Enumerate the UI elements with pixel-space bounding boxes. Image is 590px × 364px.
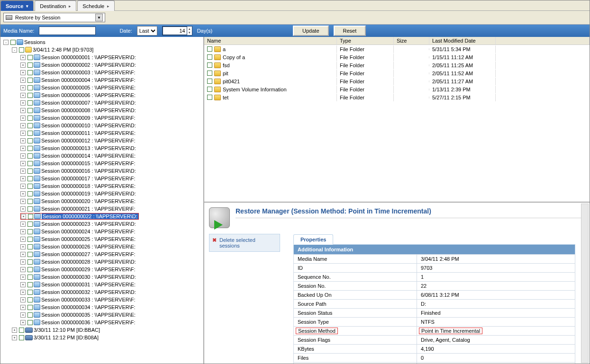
tree-row[interactable]: + Session 0000000009 : \\APPSERVER\F: <box>1 114 202 122</box>
expand-icon[interactable]: + <box>20 93 26 98</box>
expand-icon[interactable]: + <box>20 199 26 204</box>
checkbox-icon[interactable] <box>27 237 33 242</box>
file-row[interactable]: aFile Folder5/31/11 5:34 PM <box>204 45 590 53</box>
chevron-down-icon[interactable]: ▼ <box>95 14 103 21</box>
expand-icon[interactable]: + <box>20 85 26 90</box>
checkbox-icon[interactable] <box>19 335 24 340</box>
expand-icon[interactable]: + <box>20 138 26 143</box>
checkbox-icon[interactable] <box>27 222 33 227</box>
tree-row[interactable]: + Session 0000000029 : \\APPSERVER\F: <box>1 266 202 273</box>
expand-icon[interactable]: + <box>20 206 26 212</box>
checkbox-icon[interactable] <box>27 70 33 75</box>
checkbox-icon[interactable] <box>27 184 33 189</box>
checkbox-icon[interactable] <box>207 54 212 60</box>
days-input[interactable] <box>163 27 187 35</box>
days-spinbox[interactable]: ▲▼ <box>162 26 192 36</box>
tree-row[interactable]: + Session 0000000011 : \\APPSERVER\E: <box>1 129 202 137</box>
checkbox-icon[interactable] <box>27 259 33 265</box>
tree-row[interactable]: + Session 0000000033 : \\APPSERVER\F: <box>1 296 202 303</box>
col-size[interactable]: Size <box>394 37 429 44</box>
checkbox-icon[interactable] <box>27 199 33 204</box>
tree-row[interactable]: + Session 0000000008 : \\APPSERVER\D: <box>1 107 202 114</box>
expand-icon[interactable]: + <box>20 78 26 83</box>
expand-icon[interactable]: + <box>20 312 26 318</box>
tree-row[interactable]: + Session 0000000034 : \\APPSERVER\F: <box>1 303 202 311</box>
expand-icon[interactable]: + <box>20 237 26 242</box>
tree-row[interactable]: + Session 0000000026 : \\APPSERVER\E: <box>1 243 202 250</box>
expand-icon[interactable]: + <box>20 184 26 189</box>
file-list[interactable]: Name Type Size Last Modified Date aFile … <box>204 37 590 203</box>
sessions-tree[interactable]: - Sessions- 3/04/11 2:48 PM [ID:9703]+ S… <box>0 37 204 364</box>
checkbox-icon[interactable] <box>28 214 33 219</box>
expand-icon[interactable]: + <box>12 328 17 333</box>
checkbox-icon[interactable] <box>207 95 212 100</box>
expand-icon[interactable]: + <box>20 115 26 121</box>
expand-icon[interactable]: + <box>20 100 26 106</box>
file-row[interactable]: pitFile Folder2/05/11 11:52 AM <box>204 69 590 77</box>
checkbox-icon[interactable] <box>27 206 33 212</box>
tree-row[interactable]: + Session 0000000015 : \\APPSERVER\F: <box>1 160 202 167</box>
expand-icon[interactable]: + <box>20 290 26 295</box>
expand-icon[interactable]: + <box>20 259 26 265</box>
tree-row[interactable]: + Session 0000000035 : \\APPSERVER\E: <box>1 311 202 319</box>
tab-destination[interactable]: Destination ▸ <box>35 0 76 11</box>
expand-icon[interactable]: + <box>20 305 26 310</box>
expand-icon[interactable]: + <box>20 222 26 227</box>
checkbox-icon[interactable] <box>27 282 33 287</box>
scrollbar-vertical[interactable] <box>581 204 589 363</box>
tree-row[interactable]: + Session 0000000004 : \\APPSERVER\F: <box>1 76 202 84</box>
checkbox-icon[interactable] <box>19 328 24 333</box>
tree-row[interactable]: + Session 0000000017 : \\APPSERVER\F: <box>1 175 202 182</box>
expand-icon[interactable]: + <box>20 282 26 287</box>
expand-icon[interactable]: + <box>20 131 26 136</box>
tree-row[interactable]: + 3/30/11 12:12 PM [ID:B08A] <box>1 334 202 341</box>
expand-icon[interactable]: + <box>20 62 26 68</box>
delete-sessions-link[interactable]: ✖ Delete selected sessions <box>209 234 280 252</box>
tree-row[interactable]: + Session 0000000019 : \\APPSERVER\D: <box>1 190 202 197</box>
tree-row[interactable]: + Session 0000000022 : \\APPSERVER\D: <box>1 213 202 220</box>
checkbox-icon[interactable] <box>27 169 33 174</box>
checkbox-icon[interactable] <box>27 312 33 318</box>
tree-row[interactable]: + Session 0000000031 : \\APPSERVER\E: <box>1 281 202 288</box>
tree-row[interactable]: + Session 0000000001 : \\APPSERVER\D: <box>1 53 202 61</box>
tree-row[interactable]: + Session 0000000012 : \\APPSERVER\F: <box>1 137 202 144</box>
update-button[interactable]: Update <box>293 26 328 36</box>
tree-row[interactable]: + Session 0000000016 : \\APPSERVER\D: <box>1 167 202 175</box>
checkbox-icon[interactable] <box>27 55 33 60</box>
date-mode-select[interactable]: Last <box>137 26 157 36</box>
tree-row[interactable]: + Session 0000000024 : \\APPSERVER\F: <box>1 228 202 235</box>
collapse-icon[interactable]: - <box>12 47 17 53</box>
tree-row[interactable]: + Session 0000000025 : \\APPSERVER\E: <box>1 235 202 243</box>
media-name-input[interactable] <box>39 27 96 35</box>
expand-icon[interactable]: + <box>20 320 26 325</box>
checkbox-icon[interactable] <box>10 40 16 45</box>
tree-row[interactable]: + Session 0000000027 : \\APPSERVER\F: <box>1 250 202 258</box>
restore-mode-dropdown[interactable]: Restore by Session ▼ <box>3 13 105 22</box>
checkbox-icon[interactable] <box>27 131 33 136</box>
checkbox-icon[interactable] <box>207 62 212 68</box>
collapse-icon[interactable]: - <box>3 40 9 45</box>
expand-icon[interactable]: + <box>20 153 26 159</box>
expand-icon[interactable]: + <box>12 335 17 340</box>
tree-row[interactable]: + Session 0000000036 : \\APPSERVER\F: <box>1 319 202 326</box>
expand-icon[interactable]: + <box>20 146 26 151</box>
tree-row[interactable]: + Session 0000000006 : \\APPSERVER\E: <box>1 91 202 99</box>
tree-row[interactable]: + Session 0000000030 : \\APPSERVER\D: <box>1 273 202 281</box>
expand-icon[interactable]: + <box>20 123 26 128</box>
tree-row[interactable]: + Session 0000000005 : \\APPSERVER\E: <box>1 84 202 91</box>
checkbox-icon[interactable] <box>27 115 33 121</box>
tree-row[interactable]: + Session 0000000010 : \\APPSERVER\D: <box>1 122 202 129</box>
reset-button[interactable]: Reset <box>334 26 366 36</box>
tree-row[interactable]: + Session 0000000032 : \\APPSERVER\D: <box>1 288 202 296</box>
tree-row[interactable]: + 3/30/11 12:10 PM [ID:BBAC] <box>1 326 202 334</box>
checkbox-icon[interactable] <box>207 87 212 92</box>
checkbox-icon[interactable] <box>207 46 212 52</box>
expand-icon[interactable]: + <box>20 229 26 234</box>
checkbox-icon[interactable] <box>27 123 33 128</box>
file-row[interactable]: tetFile Folder5/27/11 2:15 PM <box>204 93 590 101</box>
col-type[interactable]: Type <box>337 37 394 44</box>
checkbox-icon[interactable] <box>27 153 33 159</box>
tab-properties[interactable]: Properties <box>293 234 333 245</box>
tree-row[interactable]: + Session 0000000014 : \\APPSERVER\E: <box>1 152 202 160</box>
checkbox-icon[interactable] <box>27 305 33 310</box>
